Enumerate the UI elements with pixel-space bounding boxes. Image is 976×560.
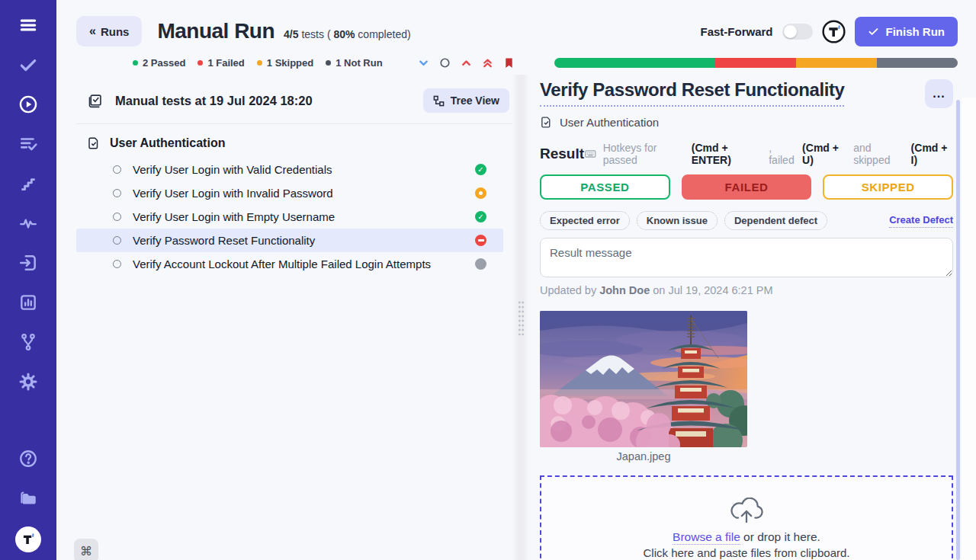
defect-tags: Expected error Known issue Dependent def… — [540, 211, 953, 230]
status-bar: 2 Passed 1 Failed 1 Skipped 1 Not Run — [56, 53, 976, 75]
test-row[interactable]: Verify User Login with Valid Credentials — [76, 158, 503, 181]
test-list-panel: Manual tests at 19 Jul 2024 18:20 Tree V… — [56, 75, 512, 560]
updated-by-line: Updated by John Doe on Jul 19, 2024 6:21… — [540, 284, 953, 296]
test-row[interactable]: Verify User Login with Empty Username — [76, 205, 503, 229]
brand-logo[interactable] — [822, 20, 846, 43]
test-title: Verify User Login with Empty Username — [133, 210, 335, 223]
failed-counter: 1 Failed — [197, 57, 244, 69]
passed-dot — [133, 60, 138, 66]
import-icon[interactable] — [17, 251, 40, 274]
branch-icon[interactable] — [17, 331, 40, 354]
test-row-selected[interactable]: Verify Password Reset Functionality — [76, 229, 503, 252]
play-circle-icon[interactable] — [17, 93, 40, 116]
status-skipped-icon — [475, 187, 486, 199]
tree-view-label: Tree View — [451, 94, 499, 107]
panel-resize-handle[interactable] — [512, 75, 529, 560]
tree-view-button[interactable]: Tree View — [423, 88, 509, 113]
fast-forward-label: Fast-Forward — [700, 25, 772, 38]
breadcrumb-label: User Authentication — [560, 116, 659, 129]
analytics-icon[interactable] — [17, 291, 40, 314]
result-heading: Result — [540, 146, 584, 162]
failed-button[interactable]: FAILED — [682, 174, 812, 200]
test-title: Verify User Login with Valid Credentials — [133, 163, 332, 176]
finish-run-label: Finish Run — [886, 25, 946, 38]
page-title: Manual Run — [157, 19, 274, 43]
test-detail-title[interactable]: Verify Password Reset Functionality — [540, 79, 844, 107]
content: Manual tests at 19 Jul 2024 18:20 Tree V… — [56, 75, 976, 560]
main-area: « Runs Manual Run 4/5 tests ( 80% comple… — [56, 0, 976, 560]
attachment-image-japan[interactable] — [540, 311, 747, 447]
menu-icon[interactable] — [17, 14, 40, 37]
test-detail-panel: Verify Password Reset Functionality ... … — [529, 75, 976, 560]
dropzone-line2: Click here and paste files from clipboar… — [644, 546, 850, 559]
finish-run-button[interactable]: Finish Run — [855, 17, 958, 46]
steps-icon[interactable] — [17, 172, 40, 195]
check-icon[interactable] — [17, 53, 40, 76]
chevron-up-icon[interactable] — [461, 57, 472, 69]
progress-notrun — [877, 58, 958, 68]
circle-icon[interactable] — [439, 57, 451, 69]
testomat-logo[interactable] — [15, 526, 41, 552]
test-row[interactable]: Verify User Login with Invalid Password — [76, 181, 503, 205]
pulse-icon[interactable] — [17, 212, 40, 235]
file-check-icon — [540, 116, 553, 129]
progress-failed — [715, 58, 796, 68]
group-title: User Authentication — [110, 136, 225, 150]
progress-bar — [554, 58, 958, 68]
skipped-button[interactable]: SKIPPED — [823, 174, 953, 200]
back-to-runs-button[interactable]: « Runs — [76, 16, 142, 46]
double-chevron-up-icon[interactable] — [482, 57, 493, 69]
back-label: Runs — [101, 25, 130, 38]
create-defect-link[interactable]: Create Defect — [889, 214, 953, 228]
test-title: Verify Password Reset Functionality — [133, 234, 315, 247]
progress-passed — [554, 58, 716, 68]
completed-label: completed) — [355, 28, 410, 40]
status-notrun-icon — [475, 258, 486, 270]
projects-icon[interactable] — [17, 487, 40, 510]
suite-group[interactable]: User Authentication — [76, 124, 512, 158]
radio-bullet-icon — [113, 213, 121, 221]
completed-percent: 80% — [333, 28, 355, 40]
list-check-icon[interactable] — [17, 133, 40, 155]
bookmark-icon[interactable] — [503, 57, 515, 69]
grip-dots-icon — [518, 300, 525, 335]
status-failed-icon — [475, 235, 486, 246]
toggle-knob — [784, 25, 797, 38]
attachment: Japan.jpeg — [540, 311, 747, 462]
tag-known-issue[interactable]: Known issue — [637, 211, 718, 230]
tag-expected-error[interactable]: Expected error — [540, 211, 630, 230]
file-dropzone[interactable]: Browse a file or drop it here. Click her… — [540, 475, 953, 560]
status-passed-icon — [475, 211, 486, 222]
progress-skipped — [796, 58, 877, 68]
right-gutter — [962, 98, 976, 560]
radio-bullet-icon — [113, 165, 121, 174]
tests-ratio: 4/5 — [284, 28, 298, 40]
right-panel-scrollbar[interactable] — [956, 100, 960, 560]
hotkeys-hint: Hotkeys for passed (Cmd + ENTER), failed… — [584, 142, 953, 166]
gear-icon[interactable] — [17, 370, 40, 393]
test-title: Verify Account Lockout After Multiple Fa… — [133, 258, 431, 270]
chevron-down-icon[interactable] — [418, 57, 429, 69]
dropzone-line1: Browse a file or drop it here. — [673, 530, 820, 544]
priority-filter-icons — [418, 57, 515, 69]
result-message-input[interactable] — [540, 238, 953, 277]
file-check-icon — [87, 136, 101, 150]
tree-icon — [433, 95, 445, 107]
checklist-icon — [87, 93, 103, 109]
radio-bullet-icon — [113, 260, 121, 268]
help-icon[interactable] — [17, 447, 40, 470]
fast-forward-toggle[interactable] — [782, 24, 813, 40]
run-stats: 4/5 tests ( 80% completed) — [284, 28, 411, 40]
tag-dependent-defect[interactable]: Dependent defect — [724, 211, 827, 230]
browse-file-link[interactable]: Browse a file — [673, 530, 740, 545]
breadcrumb[interactable]: User Authentication — [540, 116, 953, 129]
keyboard-shortcuts-button[interactable]: ⌘ — [74, 539, 98, 560]
passed-button[interactable]: PASSED — [540, 174, 670, 200]
more-options-button[interactable]: ... — [925, 79, 953, 108]
status-passed-icon — [475, 164, 486, 175]
updated-user: John Doe — [599, 284, 650, 296]
status-counters: 2 Passed 1 Failed 1 Skipped 1 Not Run — [133, 57, 383, 69]
test-row[interactable]: Verify Account Lockout After Multiple Fa… — [76, 252, 503, 276]
skipped-dot — [257, 60, 262, 66]
run-title: Manual tests at 19 Jul 2024 18:20 — [115, 94, 313, 108]
